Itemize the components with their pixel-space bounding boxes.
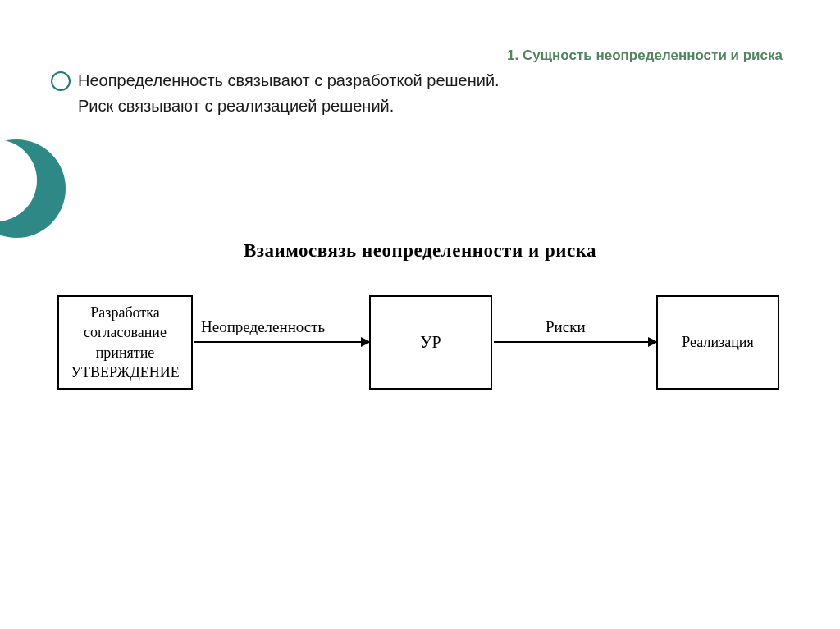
arrow-2-line <box>494 341 648 343</box>
box1-l4: УТВЕРЖДЕНИЕ <box>71 362 180 382</box>
box-realization: Реализация <box>656 295 779 390</box>
box1-l1: Разработка <box>90 303 159 322</box>
edge-label-uncertainty: Неопределенность <box>201 318 325 336</box>
crescent-decor-icon <box>0 135 70 242</box>
arrow-1-line <box>194 341 362 343</box>
slide-title: 1. Сущность неопределенности и риска <box>507 48 783 64</box>
bullet-circle-icon <box>51 71 69 89</box>
body-text: Неопределенность связывают с разработкой… <box>78 68 500 119</box>
box1-l2: согласование <box>84 322 167 342</box>
body-line-2: Риск связывают с реализацией решений. <box>78 93 500 119</box>
diagram-title: Взаимосвязь неопределенности и риска <box>0 240 840 262</box>
box3-text: Реализация <box>682 332 753 352</box>
box2-text: УР <box>420 331 441 353</box>
box1-l3: принятие <box>96 343 155 362</box>
body-line-1: Неопределенность связывают с разработкой… <box>78 68 500 93</box>
svg-point-2 <box>0 139 66 238</box>
diagram-container: Разработка согласование принятие УТВЕРЖД… <box>0 295 840 459</box>
box-ur: УР <box>369 295 492 390</box>
edge-label-risks: Риски <box>546 318 586 336</box>
box-development: Разработка согласование принятие УТВЕРЖД… <box>57 295 193 390</box>
